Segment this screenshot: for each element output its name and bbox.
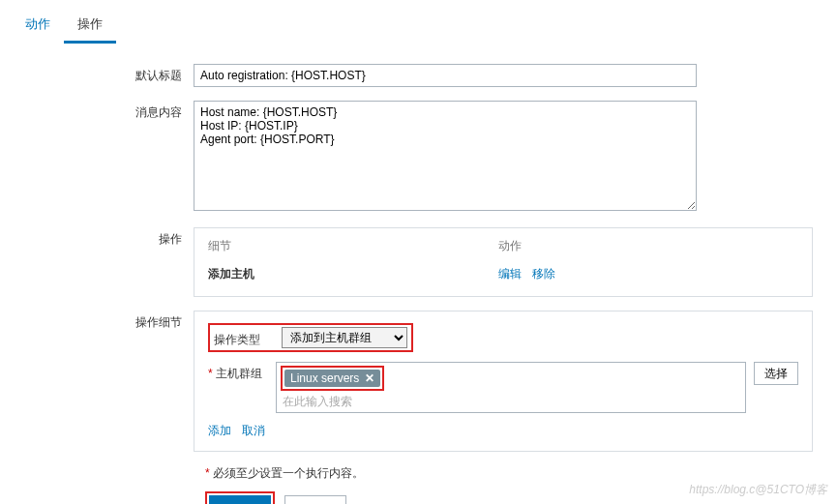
hostgroup-tag-label: Linux servers (290, 371, 359, 385)
op-detail-label: 操作细节 (19, 311, 194, 331)
hostgroup-tag[interactable]: Linux servers ✕ (284, 370, 380, 387)
ops-edit-link[interactable]: 编辑 (498, 267, 522, 281)
op-type-label: 操作类型 (214, 328, 282, 348)
ops-header-action: 动作 (498, 238, 798, 254)
default-title-label: 默认标题 (19, 64, 194, 84)
watermark: https://blog.c@51CTO博客 (689, 482, 827, 498)
op-type-select[interactable]: 添加到主机群组 (282, 327, 407, 348)
hostgroup-tag-remove-icon[interactable]: ✕ (365, 371, 374, 385)
operation-detail-box: 操作类型 添加到主机群组 主机群组 Linux servers ✕ (194, 311, 813, 452)
operations-row: 添加主机 编辑 移除 (208, 262, 798, 286)
message-textarea[interactable] (194, 101, 697, 211)
message-label: 消息内容 (19, 101, 194, 121)
ops-remove-link[interactable]: 移除 (532, 267, 555, 281)
operations-label: 操作 (19, 227, 194, 248)
op-type-highlight: 操作类型 添加到主机群组 (208, 323, 413, 352)
hostgroup-multiselect[interactable]: Linux servers ✕ 在此输入搜索 (276, 362, 746, 413)
tabs-bar: 动作 操作 (0, 0, 837, 44)
hostgroup-label: 主机群组 (208, 362, 276, 382)
detail-add-link[interactable]: 添加 (208, 424, 231, 437)
default-title-input[interactable] (194, 64, 697, 87)
hostgroup-select-button[interactable]: 选择 (754, 362, 798, 385)
tab-action[interactable]: 动作 (12, 8, 64, 44)
operations-box: 细节 动作 添加主机 编辑 移除 (194, 227, 813, 297)
ops-row-detail: 添加主机 (208, 266, 498, 282)
add-button[interactable]: 添加 (209, 495, 271, 504)
cancel-button[interactable]: 取消 (284, 495, 346, 504)
ops-header-detail: 细节 (208, 238, 498, 254)
footer-note: 必须至少设置一个执行内容。 (213, 466, 364, 480)
form-area: 默认标题 消息内容 操作 细节 动作 添加主机 编辑 移除 操作细 (0, 44, 837, 504)
tab-operation[interactable]: 操作 (64, 8, 116, 44)
hostgroup-search-placeholder[interactable]: 在此输入搜索 (281, 394, 741, 410)
detail-cancel-link[interactable]: 取消 (242, 424, 265, 437)
